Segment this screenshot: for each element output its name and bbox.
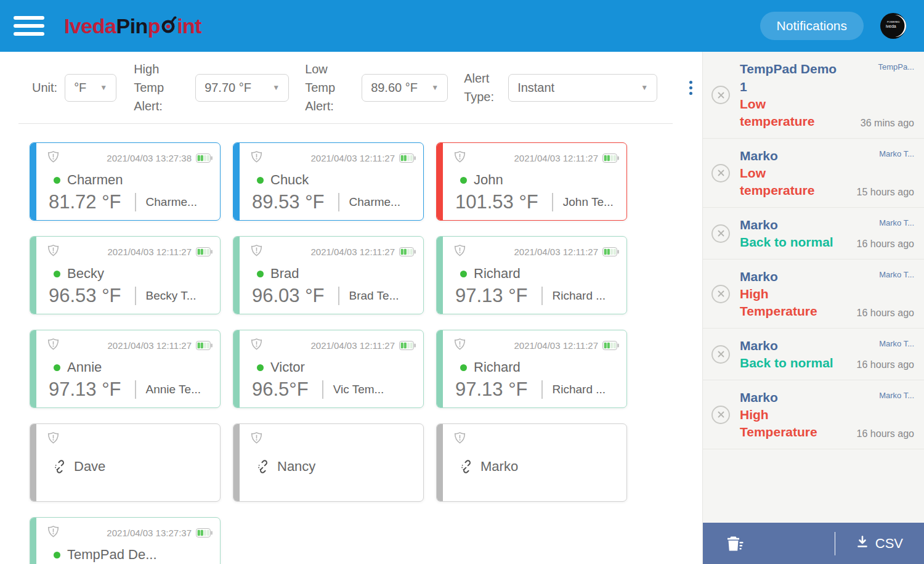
notification-device: Marko T... [879, 391, 914, 400]
notification-title: Marko [740, 337, 843, 354]
temperature-value: 101.53 °F [455, 191, 538, 213]
device-sub-label: Richard ... [553, 383, 606, 396]
notification-title: Marko [740, 268, 843, 285]
high-temp-value: 97.70 °F [205, 81, 251, 95]
notification-device: Marko T... [879, 149, 914, 158]
high-temp-dropdown[interactable]: 97.70 °F ▼ [195, 74, 289, 102]
battery-icon [196, 341, 213, 350]
device-card[interactable]: 2021/04/03 13:27:37 [30, 517, 221, 564]
notification-title: TempPad Demo 1 [740, 60, 843, 96]
more-options-kebab-icon[interactable] [686, 77, 696, 99]
status-stripe [437, 330, 443, 407]
device-card[interactable]: 2021/04/03 12:11:27 [436, 236, 627, 314]
user-avatar[interactable]: iveda POWERED [880, 12, 907, 39]
battery-icon [399, 341, 416, 350]
dismiss-notification-button[interactable] [711, 224, 730, 243]
temperature-value: 96.03 °F [252, 285, 325, 307]
device-name: TempPad De... [67, 547, 157, 563]
alert-type-dropdown[interactable]: Instant ▼ [508, 74, 657, 102]
device-sub-label: Annie Te... [146, 383, 201, 396]
online-status-dot [460, 177, 467, 184]
battery-icon [602, 341, 619, 350]
dismiss-notification-button[interactable] [711, 86, 730, 104]
device-card[interactable]: 2021/04/03 12:11:27 [30, 330, 221, 408]
dismiss-notification-button[interactable] [711, 164, 730, 182]
svg-text:POWERED: POWERED [887, 20, 900, 23]
device-name: John [474, 172, 503, 188]
card-divider [552, 193, 553, 211]
device-card[interactable]: 2021/04/03 12:11:27 [233, 236, 424, 314]
status-stripe [30, 237, 36, 314]
device-name: Nancy [277, 459, 315, 475]
device-card[interactable]: 2021/04/03 12:11:27 [436, 330, 627, 408]
clear-notifications-button[interactable] [721, 531, 747, 556]
notification-time: 16 hours ago [857, 359, 914, 370]
notifications-footer-bar: CSV [703, 523, 924, 564]
top-header: IvedaPinpint Notifications iveda POWERED [0, 0, 924, 52]
card-divider [322, 380, 323, 399]
status-stripe [30, 424, 36, 501]
last-reading-timestamp: 2021/04/03 12:11:27 [107, 340, 192, 351]
temperature-value: 96.53 °F [49, 285, 121, 307]
card-divider [338, 287, 339, 305]
card-divider [135, 380, 136, 399]
notifications-sidebar: TempPad Demo 1 Low temperature TempPa...… [702, 52, 924, 564]
main-content: Unit: °F ▼ High Temp Alert: 97.70 °F ▼ L… [0, 52, 702, 564]
csv-label: CSV [875, 536, 903, 552]
device-name: Richard [474, 359, 521, 375]
dismiss-notification-button[interactable] [711, 345, 730, 364]
filter-bar: Unit: °F ▼ High Temp Alert: 97.70 °F ▼ L… [0, 52, 702, 123]
temperature-value: 97.13 °F [455, 285, 528, 307]
notification-message: Low temperature [740, 96, 838, 130]
notification-time: 16 hours ago [857, 308, 914, 319]
temperature-value: 89.53 °F [252, 191, 325, 213]
unit-dropdown[interactable]: °F ▼ [65, 74, 116, 102]
battery-icon [399, 153, 416, 163]
device-card[interactable]: 2021/04/03 13:27:38 [30, 142, 221, 221]
notifications-button[interactable]: Notifications [760, 12, 864, 40]
svg-text:iveda: iveda [886, 24, 896, 28]
download-csv-button[interactable]: CSV [855, 534, 903, 553]
device-card[interactable]: Dave [30, 423, 221, 502]
card-divider [541, 287, 543, 305]
online-status-dot [54, 364, 60, 371]
status-stripe [233, 330, 240, 407]
dismiss-notification-button[interactable] [711, 406, 730, 424]
device-card[interactable]: 2021/04/03 12:11:27 [233, 142, 424, 221]
device-card[interactable]: 2021/04/03 12:11:27 [30, 236, 221, 314]
last-reading-timestamp: 2021/04/03 12:11:27 [310, 247, 395, 257]
device-name: Richard [474, 266, 521, 282]
device-name: Chuck [270, 172, 309, 188]
online-status-dot [460, 271, 467, 277]
hamburger-menu-icon[interactable] [14, 14, 44, 38]
notification-message: High Temperature [740, 406, 838, 441]
device-card[interactable]: Nancy [233, 423, 424, 502]
device-sub-label: Charme... [146, 195, 197, 209]
notification-title: Marko [740, 216, 843, 234]
notification-message: Low temperature [740, 165, 838, 199]
shield-alert-icon [46, 243, 60, 260]
online-status-dot [54, 552, 60, 558]
chevron-down-icon: ▼ [272, 83, 280, 92]
device-sub-label: Brad Te... [349, 289, 399, 303]
low-temp-dropdown[interactable]: 89.60 °F ▼ [362, 74, 448, 102]
notification-time: 36 mins ago [861, 118, 914, 129]
disconnected-link-icon [257, 460, 270, 473]
device-card[interactable]: 2021/04/03 12:11:27 [436, 142, 627, 221]
status-stripe [30, 330, 36, 407]
disconnected-link-icon [54, 460, 67, 473]
card-divider [135, 193, 136, 211]
shield-alert-icon [249, 337, 264, 354]
dismiss-notification-button[interactable] [711, 285, 730, 303]
battery-icon [399, 247, 416, 256]
last-reading-timestamp: 2021/04/03 13:27:38 [107, 153, 192, 163]
shield-alert-icon [453, 337, 467, 354]
chevron-down-icon: ▼ [100, 83, 107, 92]
status-stripe [30, 143, 36, 220]
temperature-value: 81.72 °F [49, 191, 121, 213]
device-card[interactable]: 2021/04/03 12:11:27 [233, 330, 424, 408]
device-sub-label: John Te... [563, 195, 614, 209]
device-card[interactable]: Marko [436, 423, 627, 502]
download-icon [855, 534, 870, 553]
card-divider [135, 287, 136, 305]
